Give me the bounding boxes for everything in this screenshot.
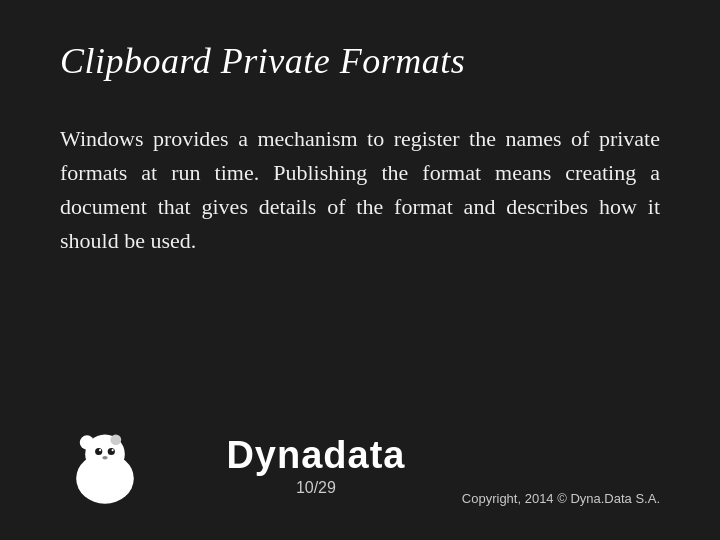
logo-area: Dynadata 10/29 [226,434,405,497]
slide-body: Windows provides a mechanism to register… [60,122,660,390]
svg-point-2 [80,435,94,449]
svg-point-3 [110,434,121,445]
slide: Clipboard Private Formats Windows provid… [0,0,720,540]
logo-text: Dynadata [226,434,405,477]
slide-number: 10/29 [296,479,336,497]
slide-footer: Dynadata 10/29 Copyright, 2014 © Dyna.Da… [60,410,660,510]
svg-point-7 [112,449,114,451]
svg-point-4 [95,448,102,455]
copyright-text: Copyright, 2014 © Dyna.Data S.A. [462,491,660,506]
svg-point-5 [108,448,115,455]
svg-point-6 [99,449,101,451]
slide-title: Clipboard Private Formats [60,40,660,82]
svg-point-8 [102,456,107,460]
mascot-icon [60,420,150,510]
